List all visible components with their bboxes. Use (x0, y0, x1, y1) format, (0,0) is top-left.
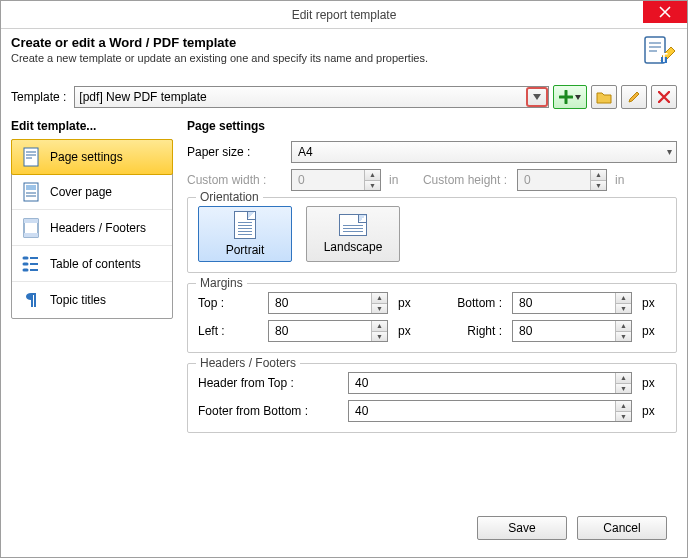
sidebar: Edit template... Page settings Cover pag… (11, 119, 173, 507)
margin-top-input[interactable]: 80▲▼ (268, 292, 388, 314)
custom-height-input: 0 ▲▼ (517, 169, 607, 191)
footer-from-bottom-label: Footer from Bottom : (198, 404, 338, 418)
main-panel: Page settings Paper size : A4 ▾ Custom w… (173, 119, 677, 507)
hf-legend: Headers / Footers (196, 356, 300, 370)
sidebar-item-label: Cover page (50, 185, 112, 199)
sidebar-nav: Page settings Cover page Headers / Foote… (11, 139, 173, 319)
unit-px: px (642, 324, 666, 338)
margin-top-label: Top : (198, 296, 258, 310)
svg-rect-5 (26, 185, 36, 190)
chevron-down-icon: ▾ (667, 146, 672, 157)
template-header-icon: T (641, 35, 677, 71)
template-selector-row: Template : [pdf] New PDF template (11, 85, 677, 109)
chevron-down-icon (575, 95, 581, 100)
template-dropdown-arrow[interactable] (526, 87, 548, 107)
open-folder-button[interactable] (591, 85, 617, 109)
sidebar-title: Edit template... (11, 119, 173, 133)
sidebar-item-cover-page[interactable]: Cover page (12, 174, 172, 210)
cover-page-icon (22, 183, 40, 201)
sidebar-item-headers-footers[interactable]: Headers / Footers (12, 210, 172, 246)
footer-from-bottom-input[interactable]: 40▲▼ (348, 400, 632, 422)
toc-icon (22, 255, 40, 273)
delete-icon (658, 91, 670, 103)
headers-footers-icon (22, 219, 40, 237)
unit-px: px (398, 324, 422, 338)
margin-left-label: Left : (198, 324, 258, 338)
save-button[interactable]: Save (477, 516, 567, 540)
custom-width-input: 0 ▲▼ (291, 169, 381, 191)
panel-title: Page settings (187, 119, 677, 133)
plus-icon (559, 90, 573, 104)
sidebar-item-label: Topic titles (50, 293, 106, 307)
svg-rect-8 (24, 233, 38, 237)
custom-width-label: Custom width : (187, 173, 287, 187)
headers-footers-fieldset: Headers / Footers Header from Top : 40▲▼… (187, 363, 677, 433)
paper-size-label: Paper size : (187, 145, 287, 159)
custom-height-label: Custom height : (413, 173, 513, 187)
svg-rect-7 (24, 219, 38, 223)
window-title: Edit report template (292, 8, 397, 22)
delete-template-button[interactable] (651, 85, 677, 109)
sidebar-item-page-settings[interactable]: Page settings (11, 139, 173, 175)
dialog-footer: Save Cancel (11, 507, 677, 549)
header-title: Create or edit a Word / PDF template (11, 35, 641, 50)
dialog-window: Edit report template Create or edit a Wo… (0, 0, 688, 558)
dialog-content: Create or edit a Word / PDF template Cre… (1, 29, 687, 557)
unit-px: px (398, 296, 422, 310)
landscape-icon (339, 214, 367, 236)
margins-fieldset: Margins Top : 80▲▼ px Bottom : 80▲▼ px L… (187, 283, 677, 353)
sidebar-item-label: Headers / Footers (50, 221, 146, 235)
pilcrow-icon (22, 291, 40, 309)
margin-bottom-label: Bottom : (432, 296, 502, 310)
paper-size-value: A4 (298, 145, 313, 159)
orientation-legend: Orientation (196, 190, 263, 204)
header-description: Create a new template or update an exist… (11, 52, 641, 64)
sidebar-item-table-of-contents[interactable]: Table of contents (12, 246, 172, 282)
template-select[interactable]: [pdf] New PDF template (74, 86, 549, 108)
unit-in: in (389, 173, 409, 187)
margin-bottom-input[interactable]: 80▲▼ (512, 292, 632, 314)
cancel-button[interactable]: Cancel (577, 516, 667, 540)
header: Create or edit a Word / PDF template Cre… (11, 35, 677, 71)
unit-px: px (642, 376, 666, 390)
unit-px: px (642, 296, 666, 310)
pencil-icon (627, 90, 641, 104)
margin-left-input[interactable]: 80▲▼ (268, 320, 388, 342)
svg-rect-3 (24, 148, 38, 166)
margin-right-label: Right : (432, 324, 502, 338)
margin-right-input[interactable]: 80▲▼ (512, 320, 632, 342)
close-button[interactable] (643, 1, 687, 23)
sidebar-item-topic-titles[interactable]: Topic titles (12, 282, 172, 318)
orientation-landscape[interactable]: Landscape (306, 206, 400, 262)
paper-size-select[interactable]: A4 ▾ (291, 141, 677, 163)
titlebar: Edit report template (1, 1, 687, 29)
svg-text:T: T (660, 51, 668, 65)
orientation-portrait[interactable]: Portrait (198, 206, 292, 262)
margins-legend: Margins (196, 276, 247, 290)
sidebar-item-label: Table of contents (50, 257, 141, 271)
page-settings-icon (22, 148, 40, 166)
header-from-top-input[interactable]: 40▲▼ (348, 372, 632, 394)
template-select-value: [pdf] New PDF template (79, 90, 206, 104)
orientation-fieldset: Orientation Portrait Landscape (187, 197, 677, 273)
template-label: Template : (11, 90, 66, 104)
unit-px: px (642, 404, 666, 418)
unit-in: in (615, 173, 635, 187)
add-template-button[interactable] (553, 85, 587, 109)
edit-template-button[interactable] (621, 85, 647, 109)
portrait-icon (234, 211, 256, 239)
folder-icon (596, 90, 612, 104)
header-from-top-label: Header from Top : (198, 376, 338, 390)
sidebar-item-label: Page settings (50, 150, 123, 164)
